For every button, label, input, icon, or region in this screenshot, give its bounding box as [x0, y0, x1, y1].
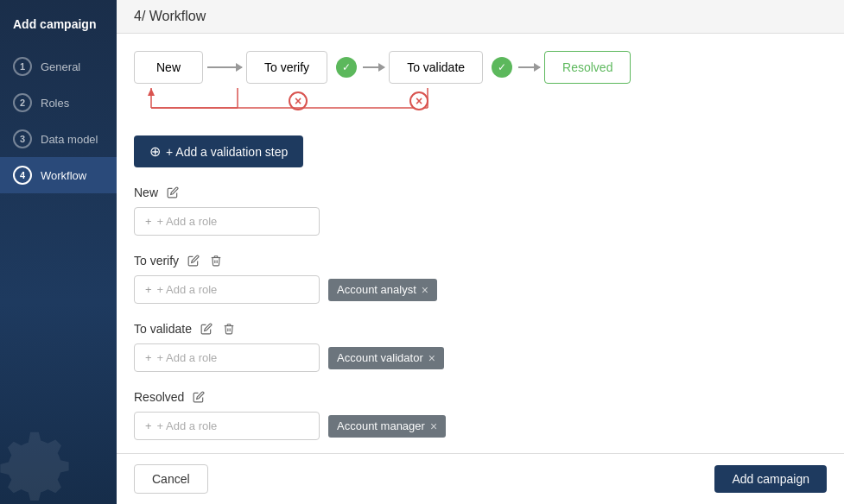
section-new-edit-button[interactable]: [165, 185, 181, 200]
to-verify-role-placeholder: + Add a role: [157, 283, 218, 296]
section-resolved-edit-button[interactable]: [191, 389, 206, 405]
to-verify-role-tag-close[interactable]: ×: [422, 283, 428, 297]
gear-decoration-icon: [0, 418, 86, 504]
svg-marker-3: [148, 88, 155, 96]
section-new-role-row: + + Add a role: [134, 207, 827, 236]
workflow-diagram: New To verify ✓: [134, 51, 827, 114]
check-arrow-3: ✓: [487, 57, 540, 78]
to-verify-role-tag-account-analyst: Account analyst ×: [328, 279, 437, 301]
to-validate-role-placeholder: + Add a role: [157, 351, 218, 364]
arrow-line-3: [518, 66, 540, 68]
to-verify-role-tag-label: Account analyst: [337, 283, 416, 296]
section-new-title-row: New: [134, 185, 827, 200]
sidebar-title: Add campaign: [0, 17, 117, 48]
add-role-plus-icon-to-validate: +: [145, 351, 152, 364]
wf-step-resolved-label: Resolved: [562, 60, 612, 74]
new-role-input[interactable]: + + Add a role: [134, 207, 320, 236]
resolved-role-tag-account-manager: Account manager ×: [328, 415, 446, 438]
sidebar-label-data-model: Data model: [41, 133, 98, 146]
add-role-plus-icon-to-verify: +: [145, 283, 152, 296]
return-arrows-svg: × ×: [143, 84, 592, 114]
section-to-validate-title-row: To validate: [134, 321, 827, 337]
delete-icon-to-validate: [223, 323, 235, 335]
wf-step-new-label: New: [156, 60, 181, 74]
step-num-1: 1: [13, 57, 32, 76]
add-role-plus-icon-resolved: +: [145, 419, 152, 432]
main-body: New To verify ✓: [117, 34, 844, 453]
add-role-plus-icon-new: +: [145, 215, 152, 228]
edit-icon-new: [167, 186, 179, 198]
new-role-placeholder: + Add a role: [157, 215, 218, 228]
arrow-line-2: [363, 66, 384, 68]
section-new-label: New: [134, 186, 158, 199]
step-num-2: 2: [13, 93, 32, 112]
sidebar: Add campaign 1 General 2 Roles 3 Data mo…: [0, 0, 117, 504]
step-num-4: 4: [13, 166, 32, 185]
add-validation-step-button[interactable]: ⊕ + Add a validation step: [134, 135, 303, 167]
edit-icon-to-verify: [187, 255, 200, 267]
section-to-validate-label: To validate: [134, 322, 192, 336]
edit-icon-to-validate: [200, 323, 213, 335]
wf-step-to-verify: To verify: [246, 51, 327, 84]
check-icon-1: ✓: [336, 57, 357, 78]
to-validate-role-input[interactable]: + + Add a role: [134, 343, 320, 372]
section-resolved-role-row: + + Add a role Account manager ×: [134, 412, 827, 440]
diagram-row: New To verify ✓: [134, 51, 827, 84]
sidebar-label-workflow: Workflow: [41, 169, 86, 182]
section-to-verify-role-row: + + Add a role Account analyst ×: [134, 275, 827, 304]
footer: Cancel Add campaign: [117, 453, 844, 504]
check-arrow-2: ✓: [332, 57, 384, 78]
wf-step-resolved: Resolved: [544, 51, 631, 84]
arrow-1: [207, 66, 242, 68]
return-arrows-container: × ×: [143, 84, 827, 114]
section-to-verify-delete-button[interactable]: [208, 253, 224, 268]
section-resolved-label: Resolved: [134, 390, 184, 404]
check-icon-2: ✓: [492, 57, 512, 78]
page-title: 4/ Workflow: [134, 9, 206, 23]
sidebar-label-general: General: [41, 60, 80, 73]
to-validate-role-tag-account-validator: Account validator ×: [328, 347, 444, 369]
section-to-verify-label: To verify: [134, 254, 179, 268]
section-to-verify-edit-button[interactable]: [186, 253, 201, 268]
add-campaign-button[interactable]: Add campaign: [714, 465, 827, 493]
section-to-validate-delete-button[interactable]: [221, 321, 237, 337]
to-validate-role-tag-close[interactable]: ×: [428, 351, 435, 365]
edit-icon-resolved: [193, 391, 205, 403]
wf-step-to-validate: To validate: [389, 51, 483, 84]
add-step-label: + Add a validation step: [166, 145, 288, 159]
section-resolved: Resolved + + Add a role Account manager …: [134, 389, 827, 440]
resolved-role-tag-close[interactable]: ×: [430, 419, 437, 433]
to-validate-role-tag-label: Account validator: [337, 351, 423, 364]
step-num-3: 3: [13, 129, 32, 148]
section-to-verify-title-row: To verify: [134, 253, 827, 268]
svg-text:×: ×: [416, 94, 422, 108]
sidebar-item-data-model[interactable]: 3 Data model: [0, 121, 117, 157]
section-resolved-title-row: Resolved: [134, 389, 827, 405]
section-to-validate: To validate + + Add a role Account valid…: [134, 321, 827, 372]
wf-step-to-verify-label: To verify: [264, 60, 309, 74]
delete-icon-to-verify: [210, 255, 222, 267]
section-to-validate-edit-button[interactable]: [199, 321, 214, 337]
cancel-button[interactable]: Cancel: [134, 464, 208, 494]
wf-step-to-validate-label: To validate: [407, 60, 465, 74]
resolved-role-input[interactable]: + + Add a role: [134, 412, 320, 440]
page-header: 4/ Workflow: [117, 0, 844, 34]
wf-step-new: New: [134, 51, 203, 84]
svg-text:×: ×: [295, 94, 301, 108]
sidebar-item-general[interactable]: 1 General: [0, 48, 117, 85]
sidebar-item-roles[interactable]: 2 Roles: [0, 85, 117, 121]
section-new: New + + Add a role: [134, 185, 827, 236]
section-to-verify: To verify + + Add a role Account analyst…: [134, 253, 827, 304]
section-to-validate-role-row: + + Add a role Account validator ×: [134, 343, 827, 372]
arrow-line-1: [207, 66, 242, 68]
plus-circle-icon: ⊕: [149, 143, 161, 160]
sidebar-item-workflow[interactable]: 4 Workflow: [0, 157, 117, 193]
to-verify-role-input[interactable]: + + Add a role: [134, 275, 320, 304]
main-content: 4/ Workflow New To verify ✓: [117, 0, 844, 504]
resolved-role-placeholder: + Add a role: [157, 419, 218, 432]
resolved-role-tag-label: Account manager: [337, 419, 425, 432]
sidebar-label-roles: Roles: [41, 97, 69, 110]
